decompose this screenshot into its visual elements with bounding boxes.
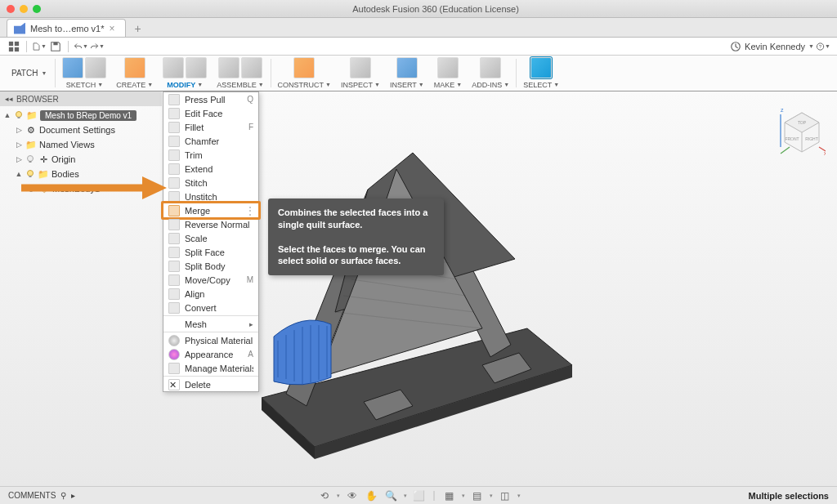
viewcube[interactable]: TOP FRONT RIGHT z x [778,108,826,155]
viewport-layout-button[interactable]: ◫ [498,488,512,503]
menu-appearance[interactable]: AppearanceA [163,347,258,361]
job-status-icon[interactable] [728,39,743,54]
quick-access-toolbar: ▼ ▼ ▼ Kevin Kennedy▼ ?▼ [0,38,837,56]
menu-unstitch[interactable]: Unstitch [163,190,258,203]
lightbulb-icon[interactable] [14,110,24,120]
account-menu[interactable]: Kevin Kennedy▼ [745,42,814,51]
menu-fillet[interactable]: FilletF [163,120,258,134]
selection-status: Multiple selections [749,491,829,501]
menu-press-pull[interactable]: Press PullQ [163,92,258,106]
data-panel-button[interactable] [7,39,21,54]
svg-rect-2 [9,47,13,51]
svg-rect-9 [18,117,20,118]
document-tab-label: Mesh to…emo v1* [30,24,104,33]
window-title: Autodesk Fusion 360 (Education License) [41,4,830,14]
svg-rect-0 [9,41,13,45]
browser-header[interactable]: ◂◂BROWSER [0,91,162,106]
maximize-window-button[interactable] [33,5,41,13]
help-button[interactable]: ?▼ [816,39,830,54]
zoom-button[interactable]: 🔍 [384,488,399,503]
tree-named-views[interactable]: ▷📁Named Views [0,137,162,152]
orbit-button[interactable]: ⟲ [317,488,332,503]
origin-icon: ✛ [38,154,49,165]
menu-delete[interactable]: ✕Delete [163,377,258,391]
svg-text:FRONT: FRONT [785,136,799,141]
menu-reverse-normal[interactable]: Reverse Normal [163,217,258,231]
document-tab[interactable]: Mesh to…emo v1* × [7,19,126,37]
comments-panel-toggle[interactable]: COMMENTS ⚲ ▸ [8,491,75,500]
component-icon: 📁 [26,109,38,121]
svg-marker-38 [142,176,167,199]
modify-menu: Press PullQ Edit Face FilletF Chamfer Tr… [163,91,259,392]
menu-split-face[interactable]: Split Face [163,245,258,259]
menu-stitch[interactable]: Stitch [163,176,258,190]
minimize-window-button[interactable] [20,5,28,13]
svg-text:?: ? [819,43,822,49]
menu-edit-face[interactable]: Edit Face [163,106,258,120]
traffic-lights [7,5,41,13]
menu-align[interactable]: Align [163,287,258,301]
lightbulb-icon[interactable] [25,154,35,164]
svg-rect-1 [15,41,19,45]
annotation-arrow [21,170,168,201]
expand-icon: ▸ [71,491,75,500]
menu-convert[interactable]: Convert [163,301,258,314]
grid-settings-button[interactable]: ▤ [470,488,485,503]
pan-button[interactable]: ✋ [365,488,379,503]
close-window-button[interactable] [7,5,15,13]
menu-scale[interactable]: Scale [163,231,258,245]
display-settings-button[interactable]: ▦ [442,488,457,503]
menu-merge[interactable]: Merge⋮ [163,203,258,217]
document-tab-bar: Mesh to…emo v1* × + [0,18,837,38]
title-bar: Autodesk Fusion 360 (Education License) [0,0,837,18]
navigation-bar: ⟲▾ 👁 ✋ 🔍▾ ⬜ ▦▾ ▤▾ ◫▾ [317,488,521,503]
file-menu-button[interactable]: ▼ [32,39,47,54]
svg-line-47 [781,147,790,154]
undo-button[interactable]: ▼ [74,39,88,54]
svg-rect-4 [53,42,57,45]
close-tab-button[interactable]: × [109,24,119,33]
status-bar: COMMENTS ⚲ ▸ ⟲▾ 👁 ✋ 🔍▾ ⬜ ▦▾ ▤▾ ◫▾ Multip… [0,486,837,504]
menu-extend[interactable]: Extend [163,162,258,176]
new-tab-button[interactable]: + [129,20,145,37]
ribbon-create[interactable]: CREATE▼ [111,56,158,91]
tree-document-settings[interactable]: ▷⚙Document Settings [0,123,162,137]
document-icon [14,23,25,34]
merge-tooltip: Combines the selected faces into a singl… [268,198,444,275]
menu-manage-materials[interactable]: Manage Materials [163,361,258,375]
menu-physical-material[interactable]: Physical Material [163,333,258,347]
menu-chamfer[interactable]: Chamfer [163,134,258,148]
svg-rect-3 [15,47,19,51]
look-at-button[interactable]: 👁 [345,488,360,503]
menu-split-body[interactable]: Split Body [163,259,258,273]
menu-mesh-submenu[interactable]: Mesh [163,317,258,331]
svg-text:z: z [781,108,784,113]
svg-point-8 [16,112,22,118]
menu-trim[interactable]: Trim [163,148,258,162]
fit-button[interactable]: ⬜ [412,488,427,503]
svg-text:x: x [824,150,826,155]
redo-button[interactable]: ▼ [90,39,105,54]
menu-move-copy[interactable]: Move/CopyM [163,273,258,287]
folder-icon: 📁 [25,139,37,150]
svg-point-10 [28,156,34,162]
pin-icon: ⚲ [60,491,66,500]
save-button[interactable] [48,39,63,54]
ribbon-sketch[interactable]: SKETCH▼ [57,56,111,91]
viewport[interactable]: ◂◂BROWSER ▲ 📁 Mesh to BRep Demo v1 ▷⚙Doc… [0,91,837,486]
tree-origin[interactable]: ▷✛Origin [0,152,162,167]
svg-text:TOP: TOP [798,120,807,125]
gear-icon: ⚙ [25,124,37,136]
svg-text:RIGHT: RIGHT [805,136,818,141]
workspace-switcher[interactable]: PATCH▼ [5,56,53,91]
svg-rect-11 [29,161,32,163]
tree-root[interactable]: ▲ 📁 Mesh to BRep Demo v1 [0,108,162,123]
